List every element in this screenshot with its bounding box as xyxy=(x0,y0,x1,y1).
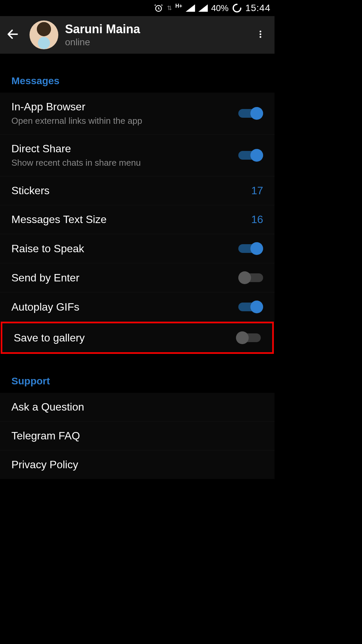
more-button[interactable] xyxy=(252,26,268,44)
toggle-save-to-gallery[interactable] xyxy=(236,331,261,344)
back-button[interactable] xyxy=(6,28,19,42)
row-direct-share[interactable]: Direct Share Show recent chats in share … xyxy=(0,135,275,176)
profile-status: online xyxy=(65,37,246,48)
signal-2-icon xyxy=(198,4,208,12)
row-raise-to-speak[interactable]: Raise to Speak xyxy=(0,234,275,263)
row-in-app-browser[interactable]: In-App Browser Open external links withi… xyxy=(0,93,275,135)
row-title: Privacy Policy xyxy=(11,459,263,471)
loading-spinner-icon xyxy=(232,3,242,13)
row-privacy-policy[interactable]: Privacy Policy xyxy=(0,450,275,479)
row-subtitle: Open external links within the app xyxy=(11,116,238,126)
header-text: Saruni Maina online xyxy=(65,22,246,48)
row-title: Autoplay GIFs xyxy=(11,301,238,313)
section-divider xyxy=(0,54,275,63)
text-size-value: 16 xyxy=(251,213,263,226)
status-time: 15:44 xyxy=(245,3,270,13)
row-subtitle: Show recent chats in share menu xyxy=(11,158,238,168)
row-telegram-faq[interactable]: Telegram FAQ xyxy=(0,422,275,450)
row-title: In-App Browser xyxy=(11,101,238,113)
signal-1-icon xyxy=(186,4,195,12)
row-title: Raise to Speak xyxy=(11,243,238,255)
row-text-size[interactable]: Messages Text Size 16 xyxy=(0,205,275,234)
section-title-support: Support xyxy=(0,363,275,393)
profile-name: Saruni Maina xyxy=(65,22,246,36)
row-title: Telegram FAQ xyxy=(11,430,263,442)
row-send-by-enter[interactable]: Send by Enter xyxy=(0,263,275,292)
svg-point-2 xyxy=(259,33,261,35)
stickers-count: 17 xyxy=(251,184,263,197)
row-ask-question[interactable]: Ask a Question xyxy=(0,393,275,422)
row-title: Messages Text Size xyxy=(11,213,251,226)
alarm-icon xyxy=(154,3,164,13)
row-autoplay-gifs[interactable]: Autoplay GIFs xyxy=(0,292,275,322)
toggle-autoplay-gifs[interactable] xyxy=(238,301,263,313)
data-arrows-icon: ⇅ xyxy=(167,4,172,12)
row-title: Save to gallery xyxy=(14,332,236,344)
row-title: Ask a Question xyxy=(11,401,263,413)
svg-point-1 xyxy=(259,31,261,32)
section-divider xyxy=(0,354,275,363)
row-title: Stickers xyxy=(11,184,251,197)
svg-point-3 xyxy=(259,36,261,38)
toggle-raise-to-speak[interactable] xyxy=(238,242,263,255)
status-bar: ⇅ H+ 40% 15:44 xyxy=(0,0,275,16)
toggle-send-by-enter[interactable] xyxy=(238,271,263,284)
row-stickers[interactable]: Stickers 17 xyxy=(0,176,275,205)
network-type-label: H+ xyxy=(175,3,182,9)
section-title-messages: Messages xyxy=(0,63,275,93)
profile-header: Saruni Maina online xyxy=(0,16,275,54)
battery-percent: 40% xyxy=(211,3,229,13)
row-title: Direct Share xyxy=(11,143,238,155)
row-save-to-gallery[interactable]: Save to gallery xyxy=(1,322,274,354)
toggle-direct-share[interactable] xyxy=(238,149,263,162)
avatar[interactable] xyxy=(29,20,58,49)
row-title: Send by Enter xyxy=(11,272,238,284)
toggle-in-app-browser[interactable] xyxy=(238,107,263,120)
